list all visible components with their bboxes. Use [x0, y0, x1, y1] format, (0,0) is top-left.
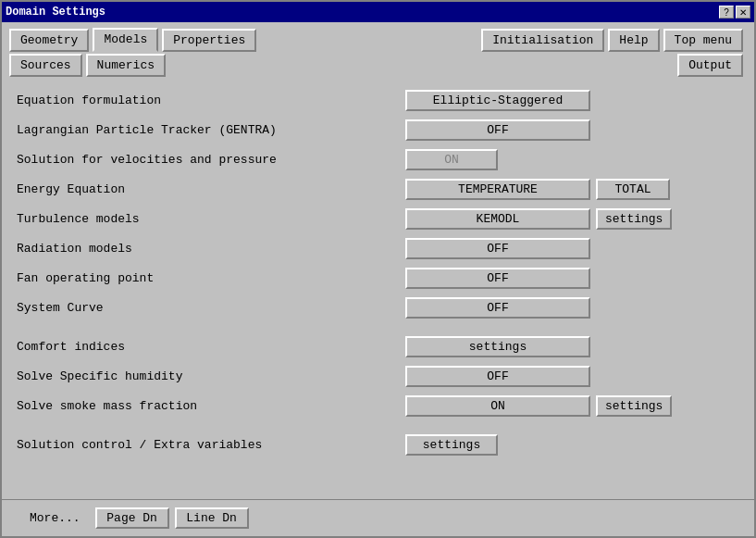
label-radiation: Radiation models [17, 242, 405, 256]
btn-comfort[interactable]: settings [405, 336, 590, 357]
domain-settings-window: Domain Settings ? ✕ Geometry Models Prop… [0, 0, 756, 538]
row-energy-equation: Energy Equation TEMPERATURE TOTAL [17, 177, 739, 201]
btn-lagrangian[interactable]: OFF [405, 119, 590, 141]
window-title: Domain Settings [6, 6, 105, 19]
line-dn-button[interactable]: Line Dn [175, 507, 249, 529]
tab-help[interactable]: Help [608, 29, 659, 52]
tab-output-group: Output [677, 54, 747, 77]
btn-smoke-settings[interactable]: settings [596, 395, 672, 417]
row-solution-velocities: Solution for velocities and pressure ON [17, 147, 739, 171]
tab-models[interactable]: Models [93, 28, 158, 52]
more-label: More... [30, 511, 81, 525]
tab-group-right: Initialisation Help Top menu [481, 29, 747, 52]
label-solution-velocities: Solution for velocities and pressure [17, 153, 405, 167]
btn-turbulence-settings[interactable]: settings [596, 208, 672, 230]
title-bar: Domain Settings ? ✕ [2, 2, 754, 22]
title-bar-controls: ? ✕ [719, 6, 750, 19]
main-content: Geometry Models Properties Initialisatio… [2, 22, 754, 495]
btn-energy-equation[interactable]: TEMPERATURE [405, 179, 590, 200]
help-button[interactable]: ? [719, 6, 734, 19]
btn-humidity[interactable]: OFF [405, 366, 590, 387]
row-humidity: Solve Specific humidity OFF [17, 364, 739, 388]
btn-turbulence[interactable]: KEMODL [405, 208, 590, 230]
bottom-bar: More... Page Dn Line Dn [2, 499, 754, 536]
main-rows-group1: Equation formulation Elliptic-Staggered … [9, 84, 747, 466]
label-system-curve: System Curve [17, 301, 405, 315]
btn-fan[interactable]: OFF [405, 268, 590, 289]
row-equation-formulation: Equation formulation Elliptic-Staggered [17, 88, 739, 112]
row-smoke: Solve smoke mass fraction ON settings [17, 394, 739, 418]
btn-smoke[interactable]: ON [405, 395, 590, 417]
tab-top-menu[interactable]: Top menu [663, 29, 743, 52]
row-fan: Fan operating point OFF [17, 266, 739, 290]
label-comfort: Comfort indices [17, 340, 405, 354]
tab-sources[interactable]: Sources [9, 54, 82, 77]
row-comfort: Comfort indices settings [17, 334, 739, 358]
btn-equation-formulation[interactable]: Elliptic-Staggered [405, 90, 590, 111]
row-solution-control: Solution control / Extra variables setti… [17, 432, 739, 457]
btn-radiation[interactable]: OFF [405, 238, 590, 259]
label-lagrangian: Lagrangian Particle Tracker (GENTRA) [17, 123, 405, 137]
tab-initialisation[interactable]: Initialisation [481, 29, 604, 52]
label-humidity: Solve Specific humidity [17, 369, 405, 383]
btn-solution-control[interactable]: settings [405, 434, 498, 456]
btn-solution-velocities[interactable]: ON [405, 149, 498, 170]
tab-numerics[interactable]: Numerics [86, 54, 166, 77]
tab-properties[interactable]: Properties [162, 29, 256, 52]
spacer-2 [17, 423, 739, 432]
label-fan: Fan operating point [17, 271, 405, 285]
label-equation-formulation: Equation formulation [17, 94, 405, 107]
page-dn-button[interactable]: Page Dn [95, 507, 169, 529]
row-radiation: Radiation models OFF [17, 236, 739, 260]
close-button[interactable]: ✕ [736, 6, 750, 19]
tab-row-1: Geometry Models Properties Initialisatio… [9, 28, 747, 52]
tab-output[interactable]: Output [677, 54, 743, 77]
btn-system-curve[interactable]: OFF [405, 297, 590, 319]
tab-row-2: Sources Numerics Output [9, 54, 747, 77]
label-turbulence: Turbulence models [17, 212, 405, 226]
spacer-1 [17, 325, 739, 334]
row-turbulence: Turbulence models KEMODL settings [17, 206, 739, 231]
row-lagrangian: Lagrangian Particle Tracker (GENTRA) OFF [17, 118, 739, 142]
label-solution-control: Solution control / Extra variables [17, 438, 405, 452]
label-energy-equation: Energy Equation [17, 182, 405, 196]
row-system-curve: System Curve OFF [17, 295, 739, 319]
tab-geometry[interactable]: Geometry [9, 29, 89, 52]
btn-energy-total[interactable]: TOTAL [596, 179, 670, 200]
label-smoke: Solve smoke mass fraction [17, 399, 405, 413]
